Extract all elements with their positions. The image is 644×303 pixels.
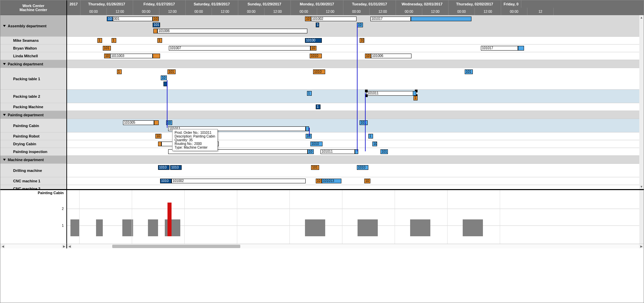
gantt-bar[interactable]: 1 — [97, 38, 102, 43]
gantt-bar[interactable]: 101006 — [371, 54, 411, 58]
resource-row-header[interactable]: Bryan Walton — [0, 44, 66, 52]
gantt-bar[interactable]: 101 — [380, 149, 388, 154]
collapse-icon[interactable] — [3, 25, 6, 27]
gantt-bar[interactable]: 101 — [465, 69, 473, 74]
department-row-header[interactable]: Packing department — [0, 60, 66, 68]
gantt-bar[interactable]: 1 — [307, 91, 312, 96]
gantt-bar[interactable]: 10 — [104, 54, 110, 58]
gantt-bar[interactable]: 101 — [107, 17, 113, 21]
gantt-bar[interactable]: 101005 — [123, 120, 154, 125]
gantt-bar[interactable]: 101 — [103, 46, 111, 51]
timeline-hscroll[interactable]: ◀ ▶ — [67, 244, 644, 248]
gantt-bar[interactable] — [411, 17, 471, 21]
gantt-bar[interactable]: 10100 — [305, 38, 322, 43]
tree-hscroll[interactable]: ◀ ▶ — [0, 244, 67, 248]
gantt-bar[interactable]: 1011003 — [110, 54, 153, 58]
gantt-bar[interactable]: 1 — [112, 38, 116, 43]
gantt-bar[interactable]: 101 — [311, 165, 319, 170]
department-row-header[interactable]: Painting department — [0, 111, 66, 119]
gantt-bar[interactable]: 10 — [360, 38, 364, 43]
gantt-bar[interactable]: 1010 — [313, 69, 325, 74]
gantt-bar[interactable]: 10 — [166, 120, 172, 125]
collapse-icon[interactable] — [3, 114, 6, 116]
gantt-bar[interactable] — [306, 126, 309, 131]
gantt-bar[interactable] — [153, 54, 160, 58]
gantt-bar[interactable] — [154, 120, 159, 125]
gantt-bar[interactable] — [518, 46, 524, 51]
gantt-bar[interactable]: 1010 — [153, 17, 159, 21]
gantt-bar[interactable]: 101002 — [172, 179, 306, 183]
resource-row-header[interactable]: Painting inspection — [0, 148, 66, 156]
gantt-bar[interactable]: 10 — [357, 23, 363, 27]
resource-row-header[interactable]: Drilling machine — [0, 164, 66, 177]
scroll-track[interactable] — [72, 244, 639, 248]
gantt-bar[interactable] — [158, 142, 161, 146]
department-row-header[interactable]: Machine department — [0, 156, 66, 164]
collapse-icon[interactable] — [3, 63, 6, 65]
gantt-bar[interactable]: 10 — [306, 134, 312, 139]
resource-row-header[interactable]: Mike Seamans — [0, 37, 66, 44]
resource-row-header[interactable]: Packing table 2 — [0, 90, 66, 103]
gantt-bar[interactable]: 1010 — [310, 142, 323, 146]
department-row-header[interactable]: Assembly department — [0, 15, 66, 37]
gantt-bar[interactable]: 1 — [157, 38, 162, 43]
gantt-bar[interactable]: 1 — [368, 134, 373, 139]
gantt-bar[interactable]: 10 — [364, 179, 370, 183]
resource-row-header[interactable]: Linda Mitchell — [0, 52, 66, 60]
resource-row-header[interactable]: Packing Machine — [0, 103, 66, 111]
scroll-right-button[interactable]: ▶ — [639, 244, 644, 249]
resource-row-header[interactable]: CNC machine 2 — [0, 185, 66, 189]
gantt-bar[interactable]: 1010 — [158, 165, 170, 170]
gantt-bar[interactable]: 1 — [117, 69, 122, 74]
gantt-bar[interactable]: 101011 — [366, 91, 416, 96]
gantt-bar[interactable]: 101 — [167, 69, 176, 74]
gantt-bar[interactable]: 101 — [360, 120, 368, 125]
histogram-ytick-2: 2 — [62, 207, 64, 211]
resource-row-header[interactable]: Drying Cabin — [0, 140, 66, 148]
gantt-bar[interactable]: 10 — [372, 142, 377, 146]
gantt-grid[interactable]: Work DateDue Date10100110101011010100211… — [67, 15, 644, 189]
scroll-left-button[interactable]: ◀ — [0, 244, 5, 249]
resource-row-header[interactable]: Painting Robot — [0, 132, 66, 140]
scroll-thumb[interactable] — [112, 245, 240, 248]
gantt-bar[interactable]: 101002 — [311, 17, 357, 21]
resource-row-header[interactable]: Packing table 1 — [0, 68, 66, 90]
gantt-bar[interactable]: 1010 — [357, 165, 368, 170]
gantt-bar[interactable]: 101006 — [157, 29, 307, 33]
gantt-bar[interactable]: 101017 — [481, 46, 518, 51]
resize-handle[interactable] — [365, 90, 368, 92]
gantt-bar[interactable]: 101017 — [370, 17, 411, 21]
gantt-bar[interactable]: 10 — [365, 54, 371, 58]
scroll-track[interactable] — [5, 244, 62, 248]
gantt-bar[interactable]: 101007 — [169, 46, 310, 51]
gantt-bar[interactable]: 001 — [113, 17, 153, 21]
gantt-bar[interactable] — [163, 82, 167, 86]
gantt-bar[interactable]: 10 — [308, 149, 314, 154]
resource-row-header[interactable]: Painting Cabin — [0, 119, 66, 132]
gantt-bar[interactable]: 1010 — [310, 54, 322, 58]
collapse-icon[interactable] — [3, 159, 6, 161]
gantt-bar[interactable]: 10 — [316, 179, 322, 183]
gantt-bar[interactable]: 101013 — [322, 179, 341, 183]
gantt-bar[interactable]: 10 — [161, 75, 167, 80]
gantt-bar[interactable] — [413, 91, 416, 96]
gantt-bar[interactable]: 1010 — [170, 165, 182, 170]
scroll-left-button[interactable]: ◀ — [67, 244, 72, 249]
gantt-bar[interactable]: 101011 — [320, 149, 355, 154]
vertical-scrollbar[interactable] — [639, 15, 644, 189]
gantt-bar[interactable]: 10 — [155, 134, 161, 139]
gantt-bar[interactable]: 1010 — [160, 179, 172, 183]
gantt-bar[interactable]: 1 — [316, 23, 319, 27]
scroll-up-button[interactable]: ▲ — [639, 15, 644, 20]
gantt-bar[interactable] — [355, 149, 358, 154]
scroll-down-button[interactable]: ▼ — [639, 184, 644, 189]
gantt-bar[interactable]: 1 — [413, 96, 418, 100]
scroll-right-button[interactable]: ▶ — [62, 244, 66, 249]
gantt-bar[interactable]: 101 — [153, 23, 160, 27]
gantt-bar[interactable]: 1 — [316, 104, 320, 109]
resize-handle[interactable] — [365, 94, 368, 97]
resource-row-header[interactable]: CNC machine 1 — [0, 177, 66, 185]
gantt-bar[interactable] — [153, 29, 157, 33]
gantt-bar[interactable]: 10 — [310, 46, 316, 51]
gantt-bar[interactable]: 10 — [305, 17, 311, 21]
